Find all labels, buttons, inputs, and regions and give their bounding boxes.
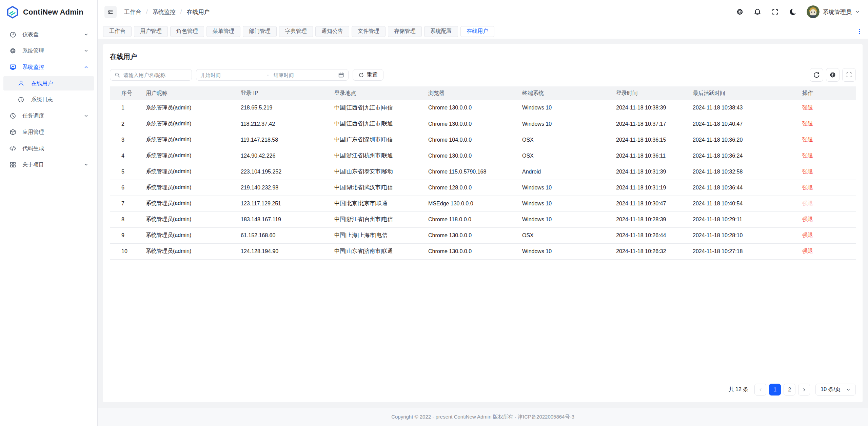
tab-7[interactable]: 文件管理 [352,26,386,37]
tab-actions-button[interactable] [856,28,863,35]
fullscreen-button[interactable] [771,8,779,16]
sidebar-item-system-logs[interactable]: 系统日志 [3,93,94,107]
tab-4[interactable]: 部门管理 [243,26,277,37]
tab-2[interactable]: 角色管理 [170,26,204,37]
tab-5[interactable]: 字典管理 [279,26,313,37]
cell-action: 强退 [797,116,856,132]
breadcrumb-item[interactable]: 系统监控 [153,8,176,16]
cell-os: Windows 10 [517,243,611,259]
dark-mode-toggle[interactable] [789,8,796,16]
cell-last_active: 2024-11-18 10:32:58 [687,164,797,180]
table-container: 序号用户昵称登录 IP登录地点浏览器终端系统登录时间最后活跃时间操作 1系统管理… [110,86,856,376]
tab-0[interactable]: 工作台 [103,26,132,37]
table-fullscreen-button[interactable] [842,68,856,82]
sidebar-item-code-generation[interactable]: 代码生成 [3,141,94,156]
cell-location: 中国|江西省|九江市|联通 [329,116,423,132]
column-header: 登录 IP [235,86,329,100]
sidebar-item-system-management[interactable]: 系统管理 [3,44,94,58]
tab-9[interactable]: 系统配置 [424,26,458,37]
end-date-input[interactable] [274,72,335,78]
history-icon [18,96,24,103]
sidebar-item-dashboard[interactable]: 仪表盘 [3,27,94,42]
cell-os: Windows 10 [517,180,611,196]
refresh-table-button[interactable] [810,68,823,82]
pagination-page-2[interactable]: 2 [784,384,795,395]
cell-last_active: 2024-11-18 10:36:20 [687,132,797,148]
force-logout-link[interactable]: 强退 [802,216,813,222]
sidebar: ContiNew Admin 仪表盘 系统管理 系统监控 在线用户 系统日志 任… [0,0,98,426]
notifications-button[interactable] [754,8,761,16]
force-logout-link[interactable]: 强退 [802,248,813,254]
sidebar-item-app-management[interactable]: 应用管理 [3,125,94,139]
search-field [110,69,192,81]
cell-login_time: 2024-11-18 10:38:39 [611,100,687,116]
cell-os: OSX [517,227,611,243]
moon-icon [789,8,796,16]
tab-1[interactable]: 用户管理 [134,26,168,37]
force-logout-link[interactable]: 强退 [802,232,813,238]
sidebar-menu: 仪表盘 系统管理 系统监控 在线用户 系统日志 任务调度 应用管理 代码生成 [0,24,97,174]
sidebar-item-about-project[interactable]: 关于项目 [3,158,94,172]
force-logout-link[interactable]: 强退 [802,121,813,126]
sidebar-item-label: 应用管理 [22,129,88,136]
cube-icon [9,129,16,136]
table-row: 9系统管理员(admin)61.152.168.60中国|上海|上海市|电信Ch… [110,227,856,243]
cell-os: Windows 10 [517,211,611,227]
cell-index: 7 [110,196,140,211]
user-menu[interactable]: 系统管理员 [807,5,860,18]
cell-ip: 218.65.5.219 [235,100,329,116]
reset-button[interactable]: 重置 [353,69,383,81]
cell-login_time: 2024-11-18 10:26:44 [611,227,687,243]
menu-collapse-button[interactable] [104,6,117,18]
chevron-down-icon [84,114,88,118]
refresh-icon [813,72,820,78]
table-header-row: 序号用户昵称登录 IP登录地点浏览器终端系统登录时间最后活跃时间操作 [110,86,856,100]
search-input[interactable] [123,72,188,78]
cell-nickname: 系统管理员(admin) [140,132,235,148]
force-logout-link[interactable]: 强退 [802,137,813,142]
sidebar-item-task-scheduler[interactable]: 任务调度 [3,109,94,123]
pagination-next-button[interactable] [798,384,810,395]
column-settings-button[interactable] [826,68,840,82]
tab-8[interactable]: 存储管理 [388,26,422,37]
tab-3[interactable]: 菜单管理 [206,26,240,37]
table-body: 1系统管理员(admin)218.65.5.219中国|江西省|九江市|电信Ch… [110,100,856,259]
cell-action: 强退 [797,164,856,180]
sidebar-item-online-users[interactable]: 在线用户 [3,76,94,90]
gear-icon [829,72,836,78]
cell-location: 中国|山东省|济南市|联通 [329,243,423,259]
force-logout-link[interactable]: 强退 [802,200,813,206]
fullscreen-icon [771,8,779,16]
cell-action: 强退 [797,243,856,259]
cell-nickname: 系统管理员(admin) [140,100,235,116]
force-logout-link[interactable]: 强退 [802,184,813,190]
start-date-input[interactable] [200,72,262,78]
cell-os: Windows 10 [517,116,611,132]
cell-nickname: 系统管理员(admin) [140,227,235,243]
breadcrumb-item[interactable]: 在线用户 [186,8,210,16]
tab-10[interactable]: 在线用户 [460,26,494,37]
settings-button[interactable] [736,8,744,16]
pagination-page-1[interactable]: 1 [769,384,781,395]
sidebar-item-label: 关于项目 [22,161,84,168]
cell-ip: 183.148.167.119 [235,211,329,227]
force-logout-link[interactable]: 强退 [802,153,813,158]
tab-6[interactable]: 通知公告 [315,26,349,37]
page-size-select[interactable]: 10 条/页 [815,384,856,395]
cell-last_active: 2024-11-18 10:29:11 [687,211,797,227]
grid-icon [9,161,16,168]
cell-browser: Chrome 130.0.0.0 [423,227,517,243]
pagination-prev-button[interactable] [754,384,766,395]
cell-login_time: 2024-11-18 10:28:39 [611,211,687,227]
fullscreen-icon [846,72,852,78]
force-logout-link[interactable]: 强退 [802,168,813,174]
cell-location: 中国|山东省|泰安市|移动 [329,164,423,180]
cell-location: 中国|江西省|九江市|电信 [329,100,423,116]
user-icon [18,80,24,87]
sidebar-item-system-monitor[interactable]: 系统监控 [3,60,94,74]
breadcrumb-item[interactable]: 工作台 [124,8,141,16]
force-logout-link[interactable]: 强退 [802,105,813,110]
cell-index: 4 [110,148,140,164]
sidebar-item-label: 系统管理 [22,47,84,55]
cell-action: 强退 [797,227,856,243]
